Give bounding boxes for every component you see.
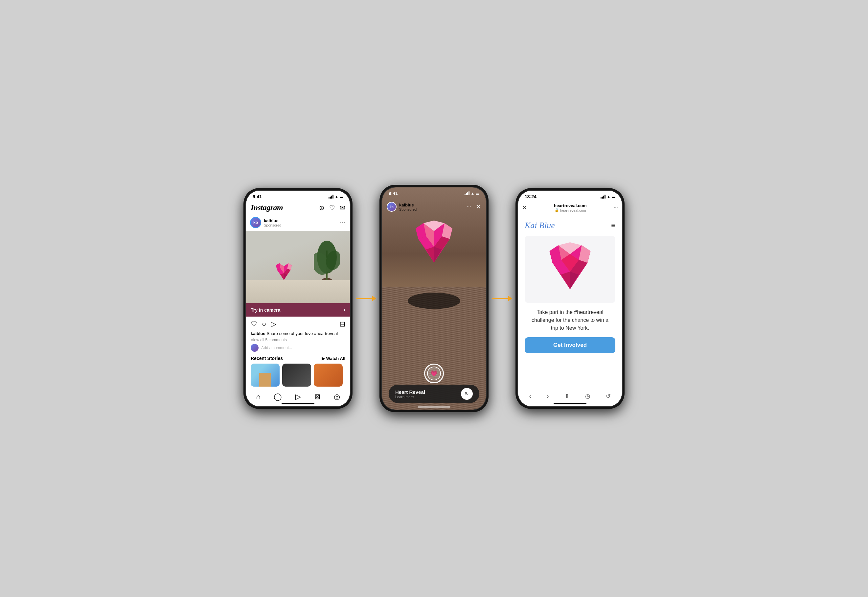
shop-nav-icon[interactable]: ⊠ (314, 392, 320, 401)
ar-sponsored: Sponsored (399, 208, 416, 211)
post-actions: ♡ ○ ▷ ⊟ (246, 316, 350, 330)
surface (246, 280, 350, 303)
svg-marker-20 (426, 247, 434, 263)
web-history-icon[interactable]: ◷ (585, 392, 590, 400)
post-user: kb kaiblue Sponsored (250, 217, 281, 228)
web-time: 13:24 (525, 194, 536, 199)
ar-avatar: kb (387, 202, 397, 212)
url-bar: heartreveal.com 🔒 heartreveal.com (530, 203, 611, 212)
instagram-header: Instagram ⊕ ♡ ✉ (246, 200, 350, 214)
ar-capture-button[interactable]: 💗 (424, 364, 444, 383)
ar-screen: 9:41 ▲ ▬ kb (382, 187, 486, 410)
web-battery-icon: ▬ (612, 195, 615, 199)
web-forward-icon[interactable]: › (547, 393, 549, 400)
url-title[interactable]: heartreveal.com (530, 203, 611, 208)
ar-username[interactable]: kaiblue (399, 202, 416, 208)
web-back-icon[interactable]: ‹ (529, 393, 531, 400)
profile-nav-icon[interactable]: ◎ (334, 392, 340, 401)
instagram-logo: Instagram (251, 203, 283, 212)
watch-all-button[interactable]: ▶ Watch All (321, 356, 345, 361)
header-icons: ⊕ ♡ ✉ (319, 204, 345, 212)
arrow-head-2 (508, 296, 512, 301)
home-indicator-1 (281, 403, 314, 404)
site-tagline: Take part in the #heartreveal challenge … (525, 308, 615, 337)
avatar: kb (250, 217, 261, 228)
arrow-1 (353, 296, 379, 301)
ar-status-bar: 9:41 ▲ ▬ (382, 187, 486, 197)
ar-capture-inner: 💗 (427, 367, 441, 380)
plant-decoration (314, 231, 340, 284)
web-wifi-icon: ▲ (607, 195, 610, 199)
get-involved-button[interactable]: Get Involved (525, 337, 615, 353)
ar-status-icons: ▲ ▬ (465, 191, 479, 195)
ar-battery-icon: ▬ (476, 191, 479, 195)
ar-heart-icon: 💗 (430, 370, 438, 377)
site-nav-header: Kai Blue ≡ (525, 221, 615, 230)
site-menu-icon[interactable]: ≡ (611, 221, 615, 230)
svg-marker-30 (561, 272, 570, 289)
comment-icon[interactable]: ○ (262, 320, 266, 328)
ar-more-icon[interactable]: ··· (467, 204, 471, 210)
stories-row (251, 364, 345, 387)
save-icon[interactable]: ⊟ (339, 320, 345, 328)
web-signal-icon (601, 195, 606, 199)
comment-placeholder[interactable]: Add a comment... (261, 346, 292, 350)
share-icon[interactable]: ▷ (271, 320, 276, 328)
phone-ar-camera: 9:41 ▲ ▬ kb (381, 187, 487, 410)
url-domain: heartreveal.com (560, 208, 586, 212)
ar-bar-action-btn[interactable]: ↻ (461, 388, 473, 400)
web-share-icon[interactable]: ⬆ (564, 392, 569, 400)
like-icon[interactable]: ♡ (251, 320, 257, 328)
story-1[interactable] (251, 364, 280, 387)
reels-nav-icon[interactable]: ▷ (295, 392, 301, 401)
phone-website: 13:24 ▲ ▬ ✕ heartreveal.com (517, 190, 622, 407)
heart-nav-icon[interactable]: ♡ (329, 204, 335, 212)
site-heart-area (525, 236, 615, 303)
home-nav-icon[interactable]: ⌂ (256, 392, 260, 401)
post-header: kb kaiblue Sponsored ··· (246, 214, 350, 231)
ar-signal-icon (465, 191, 470, 195)
wifi-icon: ▲ (335, 195, 338, 199)
story-3[interactable] (314, 364, 343, 387)
ar-bottom-bar: Heart Reveal Learn more ↻ (389, 385, 479, 403)
signal-icon (329, 195, 333, 199)
user-info: kaiblue Sponsored (264, 218, 281, 227)
try-camera-label: Try in camera (251, 307, 280, 313)
search-nav-icon[interactable]: ◯ (274, 392, 282, 401)
web-status-icons: ▲ ▬ (601, 195, 615, 199)
stories-title: Recent Stories (251, 356, 283, 361)
browser-close-btn[interactable]: ✕ (522, 204, 527, 211)
ar-post-header: kb kaiblue Sponsored ··· ✕ (382, 199, 486, 214)
commenter-avatar (251, 344, 259, 352)
ar-bar-subtitle[interactable]: Learn more (395, 395, 425, 399)
ar-header-right: ··· ✕ (467, 203, 481, 211)
view-comments[interactable]: View all 5 comments (246, 337, 350, 343)
ar-bar-text: Heart Reveal Learn more (395, 389, 425, 399)
try-camera-bar[interactable]: Try in camera › (246, 303, 350, 316)
ar-username-block: kaiblue Sponsored (399, 202, 416, 211)
web-reload-icon[interactable]: ↺ (606, 392, 611, 400)
arrow-line-2 (492, 298, 508, 299)
ar-home-indicator (418, 406, 450, 408)
post-sponsored: Sponsored (264, 223, 281, 227)
messenger-icon[interactable]: ✉ (340, 204, 345, 212)
web-status-bar: 13:24 ▲ ▬ (518, 191, 622, 200)
arrow-head-1 (372, 296, 376, 301)
caption-text: Share some of your love #heartreveal (265, 331, 338, 336)
status-icons-1: ▲ ▬ (329, 195, 343, 199)
browser-more-btn[interactable]: ··· (614, 205, 618, 211)
ar-bar-title: Heart Reveal (395, 389, 425, 395)
svg-marker-10 (284, 273, 287, 280)
story-2[interactable] (282, 364, 311, 387)
post-more-icon[interactable]: ··· (340, 220, 346, 226)
add-post-icon[interactable]: ⊕ (319, 204, 324, 212)
arrow-1-shape (356, 296, 376, 301)
time-1: 9:41 (253, 194, 262, 199)
caption-username[interactable]: kaiblue (251, 331, 265, 336)
arrow-2-shape (492, 296, 512, 301)
post-username[interactable]: kaiblue (264, 218, 281, 223)
ar-close-icon[interactable]: ✕ (476, 203, 481, 211)
lock-icon: 🔒 (555, 208, 559, 212)
svg-marker-11 (281, 273, 284, 280)
browser-bar: ✕ heartreveal.com 🔒 heartreveal.com ··· (518, 200, 622, 215)
